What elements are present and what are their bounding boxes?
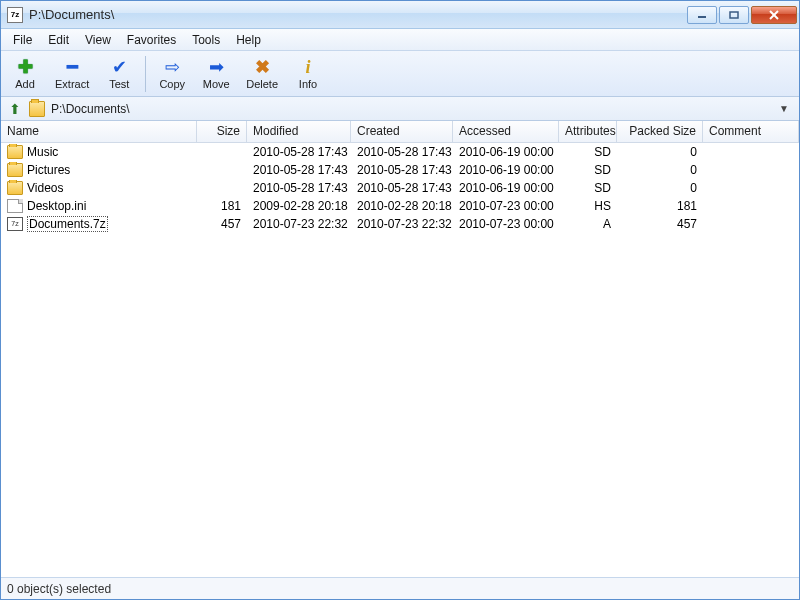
extract-button[interactable]: ━Extract	[51, 55, 93, 92]
minus-icon: ━	[61, 57, 83, 77]
up-folder-icon[interactable]: ⬆	[7, 101, 23, 117]
cell-packed: 181	[617, 198, 703, 214]
folder-icon	[7, 145, 23, 159]
menu-edit[interactable]: Edit	[40, 31, 77, 49]
cell-attr: SD	[559, 144, 617, 160]
cell-comment	[703, 187, 799, 189]
plus-icon: ✚	[14, 57, 36, 77]
folder-icon	[7, 163, 23, 177]
maximize-button[interactable]	[719, 6, 749, 24]
file-name: Music	[27, 145, 58, 159]
header-packed[interactable]: Packed Size	[617, 121, 703, 142]
cell-modified: 2010-07-23 22:32	[247, 216, 351, 232]
cell-comment	[703, 169, 799, 171]
cell-packed: 0	[617, 144, 703, 160]
cell-accessed: 2010-07-23 00:00	[453, 216, 559, 232]
cell-packed: 0	[617, 162, 703, 178]
copy-button[interactable]: ⇨Copy	[154, 55, 190, 92]
header-modified[interactable]: Modified	[247, 121, 351, 142]
table-row[interactable]: Pictures2010-05-28 17:432010-05-28 17:43…	[1, 161, 799, 179]
folder-icon	[29, 101, 45, 117]
table-row[interactable]: Music2010-05-28 17:432010-05-28 17:43201…	[1, 143, 799, 161]
menubar: File Edit View Favorites Tools Help	[1, 29, 799, 51]
cell-comment	[703, 205, 799, 207]
file-name: Desktop.ini	[27, 199, 86, 213]
cell-packed: 457	[617, 216, 703, 232]
test-button[interactable]: ✔Test	[101, 55, 137, 92]
cell-modified: 2010-05-28 17:43	[247, 162, 351, 178]
cell-size: 457	[197, 216, 247, 232]
cell-accessed: 2010-06-19 00:00	[453, 144, 559, 160]
header-attributes[interactable]: Attributes	[559, 121, 617, 142]
add-button[interactable]: ✚Add	[7, 55, 43, 92]
file-icon	[7, 199, 23, 213]
cell-accessed: 2010-06-19 00:00	[453, 180, 559, 196]
cell-created: 2010-05-28 17:43	[351, 144, 453, 160]
header-name[interactable]: Name	[1, 121, 197, 142]
statusbar: 0 object(s) selected	[1, 577, 799, 599]
file-list[interactable]: Music2010-05-28 17:432010-05-28 17:43201…	[1, 143, 799, 577]
file-name: Pictures	[27, 163, 70, 177]
archive-icon: 7z	[7, 217, 23, 231]
header-size[interactable]: Size	[197, 121, 247, 142]
window-controls	[687, 6, 797, 24]
cell-size	[197, 151, 247, 153]
info-icon: i	[297, 57, 319, 77]
table-row[interactable]: Desktop.ini1812009-02-28 20:182010-02-28…	[1, 197, 799, 215]
cell-size	[197, 169, 247, 171]
toolbar-separator	[145, 56, 146, 92]
svg-rect-1	[730, 12, 738, 18]
file-name: Documents.7z	[27, 216, 108, 232]
header-created[interactable]: Created	[351, 121, 453, 142]
address-path[interactable]: P:\Documents\	[51, 102, 769, 116]
cell-accessed: 2010-06-19 00:00	[453, 162, 559, 178]
delete-button[interactable]: ✖Delete	[242, 55, 282, 92]
cell-created: 2010-05-28 17:43	[351, 162, 453, 178]
move-arrow-icon: ➡	[205, 57, 227, 77]
app-window: 7z P:\Documents\ File Edit View Favorite…	[0, 0, 800, 600]
cell-size: 181	[197, 198, 247, 214]
move-button[interactable]: ➡Move	[198, 55, 234, 92]
cell-created: 2010-05-28 17:43	[351, 180, 453, 196]
menu-view[interactable]: View	[77, 31, 119, 49]
cell-attr: SD	[559, 180, 617, 196]
toolbar: ✚Add ━Extract ✔Test ⇨Copy ➡Move ✖Delete …	[1, 51, 799, 97]
cell-created: 2010-07-23 22:32	[351, 216, 453, 232]
cell-modified: 2010-05-28 17:43	[247, 144, 351, 160]
menu-tools[interactable]: Tools	[184, 31, 228, 49]
cell-attr: SD	[559, 162, 617, 178]
column-headers: Name Size Modified Created Accessed Attr…	[1, 121, 799, 143]
table-row[interactable]: 7zDocuments.7z4572010-07-23 22:322010-07…	[1, 215, 799, 233]
cell-attr: HS	[559, 198, 617, 214]
titlebar[interactable]: 7z P:\Documents\	[1, 1, 799, 29]
cell-packed: 0	[617, 180, 703, 196]
status-text: 0 object(s) selected	[7, 582, 111, 596]
menu-file[interactable]: File	[5, 31, 40, 49]
cell-modified: 2010-05-28 17:43	[247, 180, 351, 196]
address-dropdown-icon[interactable]: ▼	[775, 103, 793, 114]
info-button[interactable]: iInfo	[290, 55, 326, 92]
window-title: P:\Documents\	[29, 7, 687, 22]
check-icon: ✔	[108, 57, 130, 77]
copy-arrow-icon: ⇨	[161, 57, 183, 77]
cell-modified: 2009-02-28 20:18	[247, 198, 351, 214]
folder-icon	[7, 181, 23, 195]
addressbar: ⬆ P:\Documents\ ▼	[1, 97, 799, 121]
close-button[interactable]	[751, 6, 797, 24]
file-name: Videos	[27, 181, 63, 195]
menu-help[interactable]: Help	[228, 31, 269, 49]
header-comment[interactable]: Comment	[703, 121, 799, 142]
delete-icon: ✖	[251, 57, 273, 77]
cell-accessed: 2010-07-23 00:00	[453, 198, 559, 214]
cell-size	[197, 187, 247, 189]
cell-created: 2010-02-28 20:18	[351, 198, 453, 214]
menu-favorites[interactable]: Favorites	[119, 31, 184, 49]
table-row[interactable]: Videos2010-05-28 17:432010-05-28 17:4320…	[1, 179, 799, 197]
cell-comment	[703, 151, 799, 153]
header-accessed[interactable]: Accessed	[453, 121, 559, 142]
minimize-button[interactable]	[687, 6, 717, 24]
app-icon: 7z	[7, 7, 23, 23]
cell-attr: A	[559, 216, 617, 232]
cell-comment	[703, 223, 799, 225]
